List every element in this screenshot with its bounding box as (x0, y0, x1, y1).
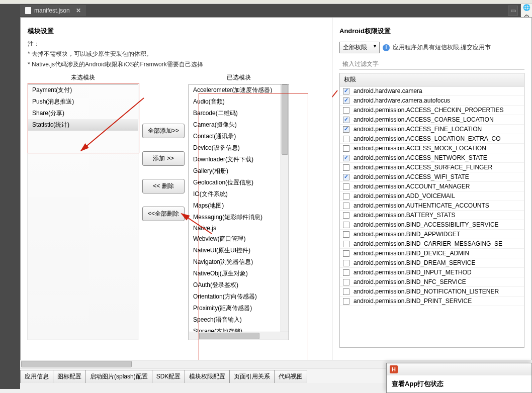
list-item[interactable]: Downloader(文件下载) (189, 154, 289, 165)
permission-label: android.permission.BIND_DREAM_SERVICE (353, 259, 476, 266)
tab-bar: manifest.json ✕ ▭ ▢ (0, 4, 532, 17)
unselected-listbox[interactable]: Payment(支付)Push(消息推送)Share(分享)Statistic(… (28, 84, 138, 340)
permission-checkbox[interactable] (343, 298, 349, 305)
permission-checkbox[interactable] (343, 88, 349, 94)
permission-row[interactable]: android.permission.ACCESS_SURFACE_FLINGE… (340, 163, 524, 172)
permission-row[interactable]: android.permission.ACCESS_CHECKIN_PROPER… (340, 106, 524, 115)
permission-row[interactable]: android.permission.BIND_NFC_SERVICE (340, 277, 524, 287)
bottom-tab[interactable]: 应用信息 (20, 370, 53, 383)
permission-filter-input[interactable] (339, 58, 524, 70)
permission-checkbox[interactable] (343, 97, 349, 104)
list-item[interactable]: Webview(窗口管理) (189, 233, 289, 245)
permission-row[interactable]: android.permission.BIND_DEVICE_ADMIN (340, 249, 524, 258)
list-item[interactable]: Audio(音频) (189, 96, 289, 108)
list-item[interactable]: Navigator(浏览器信息) (189, 256, 289, 268)
list-item[interactable]: Maps(地图) (189, 200, 289, 212)
list-item[interactable]: OAuth(登录鉴权) (189, 279, 289, 291)
list-item[interactable]: Camera(摄像头) (189, 119, 289, 131)
permission-checkbox[interactable] (343, 250, 349, 257)
permission-checkbox[interactable] (343, 279, 349, 285)
module-title: 模块设置 (28, 27, 325, 36)
list-item[interactable]: Orientation(方向传感器) (189, 291, 289, 303)
list-item[interactable]: Gallery(相册) (189, 165, 289, 177)
list-item[interactable]: Geolocation(位置信息) (189, 177, 289, 188)
list-item[interactable]: Accelerometer(加速度传感器) (189, 84, 289, 96)
remove-button[interactable]: << 删除 (142, 179, 185, 193)
permission-checkbox[interactable] (343, 231, 349, 238)
permission-row[interactable]: android.permission.ADD_VOICEMAIL (340, 191, 524, 201)
list-item[interactable]: Messaging(短彩邮件消息) (189, 212, 289, 223)
list-item[interactable]: Statistic(统计) (28, 119, 138, 131)
bottom-tab[interactable]: SDK配置 (152, 370, 186, 383)
bottom-tab[interactable]: 页面引用关系 (229, 370, 275, 383)
permission-row[interactable]: android.hardware.camera (340, 86, 524, 96)
permission-scope-select[interactable]: 全部权限 (339, 42, 380, 53)
permission-checkbox[interactable] (343, 164, 349, 171)
permission-checkbox[interactable] (343, 117, 349, 123)
vertical-scrollbar[interactable] (281, 84, 289, 332)
status-popup[interactable]: H 查看App打包状态 (386, 363, 532, 393)
bottom-tab[interactable]: 图标配置 (53, 370, 86, 383)
permission-row[interactable]: android.permission.BATTERY_STATS (340, 211, 524, 220)
permission-row[interactable]: android.permission.ACCESS_COARSE_LOCATIO… (340, 115, 524, 125)
globe-icon[interactable]: 🌐 (523, 4, 530, 11)
permission-checkbox[interactable] (343, 126, 349, 133)
permission-checkbox[interactable] (343, 260, 349, 266)
permission-row[interactable]: android.permission.BIND_NOTIFICATION_LIS… (340, 287, 524, 297)
selected-listbox[interactable]: Accelerometer(加速度传感器)Audio(音频)Barcode(二维… (189, 84, 289, 340)
list-item[interactable]: Device(设备信息) (189, 142, 289, 154)
permission-checkbox[interactable] (343, 136, 349, 142)
list-item[interactable]: Speech(语音输入) (189, 314, 289, 326)
permission-checkbox[interactable] (343, 241, 349, 247)
permission-checkbox[interactable] (343, 145, 349, 152)
permission-checkbox[interactable] (343, 183, 349, 190)
permission-checkbox[interactable] (343, 107, 349, 114)
permission-row[interactable]: android.permission.ACCESS_MOCK_LOCATION (340, 144, 524, 153)
permission-checkbox[interactable] (343, 212, 349, 219)
list-item[interactable]: Payment(支付) (28, 84, 138, 96)
list-item[interactable]: Contact(通讯录) (189, 131, 289, 142)
list-item[interactable]: Barcode(二维码) (189, 108, 289, 119)
permission-row[interactable]: android.permission.BIND_PRINT_SERVICE (340, 297, 524, 306)
horizontal-scrollbar[interactable] (189, 332, 289, 340)
bottom-tab[interactable]: 启动图片(splash)配置 (85, 370, 152, 383)
list-item[interactable]: NativeObj(原生对象) (189, 268, 289, 279)
permission-label: android.permission.BIND_PRINT_SERVICE (353, 298, 472, 305)
permission-row[interactable]: android.permission.ACCOUNT_MANAGER (340, 182, 524, 191)
add-all-button[interactable]: 全部添加>> (142, 124, 185, 138)
permission-row[interactable]: android.permission.ACCESS_FINE_LOCATION (340, 125, 524, 134)
permission-row[interactable]: android.permission.BIND_DREAM_SERVICE (340, 258, 524, 268)
permission-checkbox[interactable] (343, 222, 349, 228)
info-icon[interactable]: i (383, 44, 390, 51)
close-icon[interactable]: ✕ (76, 7, 81, 14)
permission-row[interactable]: android.permission.BIND_CARRIER_MESSAGIN… (340, 239, 524, 249)
permission-row[interactable]: android.permission.AUTHENTICATE_ACCOUNTS (340, 201, 524, 211)
permission-row[interactable]: android.permission.ACCESS_NETWORK_STATE (340, 153, 524, 163)
bottom-tab[interactable]: 模块权限配置 (185, 370, 230, 383)
permission-checkbox[interactable] (343, 174, 349, 180)
permission-row[interactable]: android.permission.ACCESS_LOCATION_EXTRA… (340, 134, 524, 144)
permission-checkbox[interactable] (343, 155, 349, 161)
list-item[interactable]: NativeUI(原生UI控件) (189, 245, 289, 256)
svg-line-2 (332, 90, 337, 128)
permission-row[interactable]: android.hardware.camera.autofocus (340, 96, 524, 106)
permission-row[interactable]: android.permission.BIND_ACCESSIBILITY_SE… (340, 220, 524, 230)
list-item[interactable]: Share(分享) (28, 108, 138, 119)
permission-list[interactable]: android.hardware.cameraandroid.hardware.… (339, 86, 524, 348)
permission-checkbox[interactable] (343, 203, 349, 209)
add-button[interactable]: 添加 >> (142, 151, 185, 166)
permission-row[interactable]: android.permission.ACCESS_WIFI_STATE (340, 172, 524, 182)
minimize-pane-button[interactable]: ▭ (508, 6, 518, 16)
permission-checkbox[interactable] (343, 288, 349, 295)
permission-row[interactable]: android.permission.BIND_INPUT_METHOD (340, 268, 524, 277)
list-item[interactable]: Native.js (189, 223, 289, 233)
bottom-tab[interactable]: 代码视图 (274, 370, 307, 383)
permission-checkbox[interactable] (343, 193, 349, 200)
list-item[interactable]: IO(文件系统) (189, 188, 289, 200)
list-item[interactable]: Proximity(距离传感器) (189, 303, 289, 314)
file-tab[interactable]: manifest.json ✕ (20, 5, 86, 16)
permission-checkbox[interactable] (343, 269, 349, 276)
remove-all-button[interactable]: <<全部删除 (142, 207, 185, 221)
list-item[interactable]: Push(消息推送) (28, 96, 138, 108)
permission-row[interactable]: android.permission.BIND_APPWIDGET (340, 230, 524, 239)
